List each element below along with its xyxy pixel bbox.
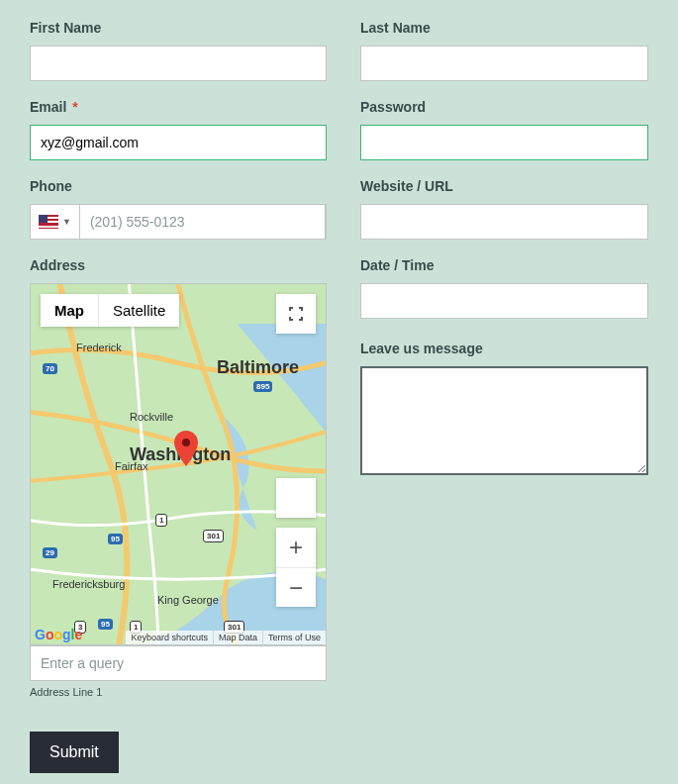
map-fullscreen-button[interactable] (276, 294, 316, 334)
map-city-rockville: Rockville (130, 411, 173, 423)
map-type-map-button[interactable]: Map (41, 294, 98, 327)
submit-button[interactable]: Submit (30, 732, 119, 773)
map-data-link[interactable]: Map Data (213, 631, 262, 644)
route-i70: 70 (43, 363, 57, 374)
phone-input[interactable] (79, 204, 326, 240)
password-label: Password (360, 99, 648, 115)
datetime-label: Date / Time (360, 257, 648, 273)
datetime-input[interactable] (360, 283, 648, 319)
map-city-fredericksburg: Fredericksburg (52, 578, 125, 590)
map-pin-icon (174, 431, 198, 466)
website-input[interactable] (360, 204, 648, 240)
message-label: Leave us message (360, 341, 648, 356)
route-us1a: 1 (155, 514, 167, 527)
map-zoom-out-button[interactable]: − (276, 567, 316, 607)
last-name-label: Last Name (360, 20, 648, 36)
map-city-frederick: Frederick (76, 342, 122, 353)
last-name-input[interactable] (360, 46, 648, 81)
route-i95a: 95 (108, 534, 123, 544)
address-line1-label: Address Line 1 (30, 686, 327, 698)
map-city-fairfax: Fairfax (115, 460, 148, 472)
address-label: Address (30, 257, 327, 273)
map[interactable]: Baltimore Washington Frederick Rockville… (30, 283, 327, 645)
message-textarea[interactable] (360, 366, 648, 475)
svg-point-1 (182, 439, 190, 446)
us-flag-icon (39, 215, 58, 229)
first-name-input[interactable] (30, 46, 327, 81)
route-i95b: 95 (98, 619, 113, 630)
map-city-baltimore: Baltimore (217, 357, 299, 378)
email-label: Email * (30, 99, 327, 115)
address-search-input[interactable] (30, 645, 327, 681)
map-pegman-button[interactable] (276, 478, 316, 518)
fullscreen-icon (288, 306, 304, 322)
password-input[interactable] (360, 125, 648, 160)
route-i895: 895 (253, 381, 272, 392)
map-shortcuts-link[interactable]: Keyboard shortcuts (126, 631, 213, 644)
map-zoom-in-button[interactable]: + (276, 528, 316, 567)
route-us29: 29 (43, 547, 57, 558)
website-label: Website / URL (360, 178, 648, 194)
first-name-label: First Name (30, 20, 327, 36)
phone-label: Phone (30, 178, 327, 194)
email-input[interactable] (30, 125, 327, 160)
chevron-down-icon: ▼ (62, 217, 71, 227)
map-type-satellite-button[interactable]: Satellite (98, 294, 179, 327)
phone-country-button[interactable]: ▼ (31, 205, 79, 239)
map-terms-link[interactable]: Terms of Use (262, 631, 326, 644)
route-us301a: 301 (203, 530, 224, 542)
map-attribution: Keyboard shortcuts Map Data Terms of Use (31, 631, 326, 644)
map-city-king-george: King George (157, 594, 219, 606)
